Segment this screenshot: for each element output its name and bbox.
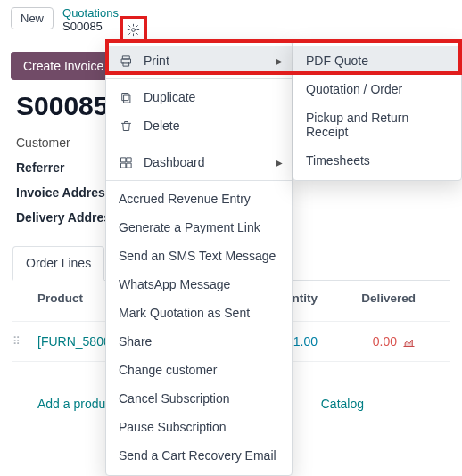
menu-cancel-subscription[interactable]: Cancel Subscription — [106, 384, 292, 413]
menu-sms[interactable]: Send an SMS Text Message — [106, 242, 292, 270]
caret-right-icon: ▶ — [276, 158, 283, 168]
cell-delivered[interactable]: 0.00 — [325, 334, 423, 349]
menu-share[interactable]: Share — [106, 327, 292, 356]
svg-rect-4 — [124, 95, 130, 103]
menu-mark-sent[interactable]: Mark Quotation as Sent — [106, 299, 292, 327]
menu-change-customer[interactable]: Change customer — [106, 356, 292, 384]
create-invoice-button[interactable]: Create Invoice — [11, 52, 116, 80]
menu-delete[interactable]: Delete — [106, 111, 292, 140]
menu-pause-subscription[interactable]: Pause Subscription — [106, 413, 292, 441]
menu-payment-link[interactable]: Generate a Payment Link — [106, 213, 292, 242]
tab-order-lines[interactable]: Order Lines — [12, 246, 104, 281]
menu-separator — [106, 144, 292, 144]
menu-dashboard[interactable]: Dashboard ▶ — [106, 148, 292, 176]
actions-menu: Print ▶ Duplicate Delete Dashboard ▶ Acc… — [105, 40, 293, 476]
caret-right-icon: ▶ — [276, 56, 283, 66]
svg-rect-7 — [127, 157, 131, 161]
menu-cart-recovery[interactable]: Send a Cart Recovery Email — [106, 441, 292, 470]
menu-print[interactable]: Print ▶ — [106, 46, 292, 75]
svg-rect-5 — [122, 93, 128, 100]
chart-icon — [402, 335, 416, 349]
print-icon — [120, 54, 133, 68]
svg-rect-8 — [120, 163, 125, 168]
submenu-pdf-quote[interactable]: PDF Quote — [293, 46, 461, 75]
breadcrumb-row: New Quotations S00085 — [0, 0, 462, 43]
dashboard-icon — [120, 156, 133, 169]
highlight-gear — [120, 16, 147, 43]
breadcrumb: Quotations S00085 — [62, 7, 119, 34]
add-product-link[interactable]: Add a product — [37, 397, 115, 411]
menu-duplicate[interactable]: Duplicate — [106, 83, 292, 111]
svg-rect-6 — [120, 157, 125, 161]
th-delivered: Delivered — [325, 291, 423, 305]
submenu-quotation-order[interactable]: Quotation / Order — [293, 75, 461, 103]
svg-rect-3 — [123, 62, 128, 65]
menu-whatsapp[interactable]: WhatsApp Message — [106, 270, 292, 299]
menu-separator — [106, 78, 292, 79]
menu-separator — [106, 180, 292, 181]
svg-rect-9 — [127, 163, 131, 168]
duplicate-icon — [120, 91, 133, 104]
new-button[interactable]: New — [11, 7, 54, 29]
submenu-timesheets[interactable]: Timesheets — [293, 146, 461, 175]
submenu-pickup-return[interactable]: Pickup and Return Receipt — [293, 103, 461, 146]
breadcrumb-current: S00085 — [62, 21, 119, 34]
catalog-link[interactable]: Catalog — [321, 397, 364, 411]
print-submenu: PDF Quote Quotation / Order Pickup and R… — [293, 40, 462, 181]
drag-handle-icon[interactable]: ⠿ — [12, 335, 37, 348]
trash-icon — [120, 119, 133, 133]
breadcrumb-parent[interactable]: Quotations — [62, 7, 119, 21]
menu-accrued-revenue[interactable]: Accrued Revenue Entry — [106, 185, 292, 213]
